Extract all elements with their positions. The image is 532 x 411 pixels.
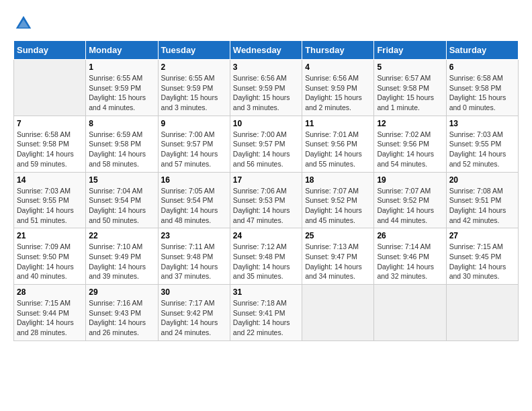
day-cell: 5Sunrise: 6:57 AM Sunset: 9:58 PM Daylig… [374, 60, 446, 116]
day-cell [14, 60, 86, 116]
day-cell: 28Sunrise: 7:15 AM Sunset: 9:44 PM Dayli… [14, 285, 86, 341]
day-cell: 26Sunrise: 7:14 AM Sunset: 9:46 PM Dayli… [374, 228, 446, 285]
day-info: Sunrise: 7:00 AM Sunset: 9:57 PM Dayligh… [233, 130, 299, 169]
col-header-tuesday: Tuesday [158, 41, 230, 60]
day-cell: 13Sunrise: 7:03 AM Sunset: 9:55 PM Dayli… [446, 116, 518, 172]
day-number: 13 [449, 119, 515, 128]
day-number: 3 [233, 62, 299, 72]
col-header-thursday: Thursday [302, 41, 374, 60]
day-info: Sunrise: 7:08 AM Sunset: 9:51 PM Dayligh… [449, 186, 515, 226]
day-number: 9 [161, 119, 227, 128]
day-info: Sunrise: 7:03 AM Sunset: 9:55 PM Dayligh… [17, 186, 83, 226]
day-info: Sunrise: 7:02 AM Sunset: 9:56 PM Dayligh… [377, 130, 443, 169]
day-cell: 1Sunrise: 6:55 AM Sunset: 9:59 PM Daylig… [86, 60, 158, 116]
week-row-1: 1Sunrise: 6:55 AM Sunset: 9:59 PM Daylig… [14, 60, 519, 116]
calendar-table: SundayMondayTuesdayWednesdayThursdayFrid… [13, 40, 519, 341]
day-cell: 10Sunrise: 7:00 AM Sunset: 9:57 PM Dayli… [230, 116, 302, 172]
day-number: 21 [17, 231, 83, 240]
day-number: 11 [305, 119, 371, 128]
day-number: 1 [89, 62, 154, 72]
day-cell: 4Sunrise: 6:56 AM Sunset: 9:59 PM Daylig… [302, 60, 374, 116]
day-number: 19 [377, 175, 443, 185]
week-row-3: 14Sunrise: 7:03 AM Sunset: 9:55 PM Dayli… [14, 172, 519, 228]
day-number: 12 [377, 119, 443, 128]
day-cell: 11Sunrise: 7:01 AM Sunset: 9:56 PM Dayli… [302, 116, 374, 172]
day-cell: 18Sunrise: 7:07 AM Sunset: 9:52 PM Dayli… [302, 172, 374, 228]
day-cell: 20Sunrise: 7:08 AM Sunset: 9:51 PM Dayli… [446, 172, 518, 228]
day-number: 18 [305, 175, 371, 185]
day-info: Sunrise: 7:07 AM Sunset: 9:52 PM Dayligh… [377, 186, 443, 226]
day-number: 26 [377, 231, 443, 240]
day-cell [446, 285, 518, 341]
day-cell: 30Sunrise: 7:17 AM Sunset: 9:42 PM Dayli… [158, 285, 230, 341]
day-cell: 17Sunrise: 7:06 AM Sunset: 9:53 PM Dayli… [230, 172, 302, 228]
day-info: Sunrise: 7:04 AM Sunset: 9:54 PM Dayligh… [89, 186, 154, 226]
week-row-2: 7Sunrise: 6:58 AM Sunset: 9:58 PM Daylig… [14, 116, 519, 172]
week-row-5: 28Sunrise: 7:15 AM Sunset: 9:44 PM Dayli… [14, 285, 519, 341]
day-cell: 19Sunrise: 7:07 AM Sunset: 9:52 PM Dayli… [374, 172, 446, 228]
header [13, 13, 519, 34]
day-cell: 29Sunrise: 7:16 AM Sunset: 9:43 PM Dayli… [86, 285, 158, 341]
day-cell: 22Sunrise: 7:10 AM Sunset: 9:49 PM Dayli… [86, 228, 158, 285]
day-cell: 7Sunrise: 6:58 AM Sunset: 9:58 PM Daylig… [14, 116, 86, 172]
day-cell: 21Sunrise: 7:09 AM Sunset: 9:50 PM Dayli… [14, 228, 86, 285]
logo [13, 13, 36, 34]
day-info: Sunrise: 6:58 AM Sunset: 9:58 PM Dayligh… [449, 73, 515, 113]
col-header-friday: Friday [374, 41, 446, 60]
day-number: 31 [233, 287, 299, 297]
day-info: Sunrise: 7:12 AM Sunset: 9:48 PM Dayligh… [233, 242, 299, 281]
day-cell: 15Sunrise: 7:04 AM Sunset: 9:54 PM Dayli… [86, 172, 158, 228]
day-number: 17 [233, 175, 299, 185]
day-info: Sunrise: 6:57 AM Sunset: 9:58 PM Dayligh… [377, 73, 443, 113]
day-info: Sunrise: 6:56 AM Sunset: 9:59 PM Dayligh… [233, 73, 299, 113]
day-cell: 6Sunrise: 6:58 AM Sunset: 9:58 PM Daylig… [446, 60, 518, 116]
day-cell: 8Sunrise: 6:59 AM Sunset: 9:58 PM Daylig… [86, 116, 158, 172]
day-cell [374, 285, 446, 341]
day-number: 10 [233, 119, 299, 128]
day-cell: 24Sunrise: 7:12 AM Sunset: 9:48 PM Dayli… [230, 228, 302, 285]
day-info: Sunrise: 7:00 AM Sunset: 9:57 PM Dayligh… [161, 130, 227, 169]
day-info: Sunrise: 7:03 AM Sunset: 9:55 PM Dayligh… [449, 130, 515, 169]
day-number: 29 [89, 287, 154, 297]
day-info: Sunrise: 7:13 AM Sunset: 9:47 PM Dayligh… [305, 242, 371, 281]
day-info: Sunrise: 6:55 AM Sunset: 9:59 PM Dayligh… [89, 73, 154, 113]
day-number: 2 [161, 62, 227, 72]
day-cell: 31Sunrise: 7:18 AM Sunset: 9:41 PM Dayli… [230, 285, 302, 341]
day-number: 5 [377, 62, 443, 72]
day-info: Sunrise: 7:17 AM Sunset: 9:42 PM Dayligh… [161, 298, 227, 338]
col-header-monday: Monday [86, 41, 158, 60]
day-info: Sunrise: 7:07 AM Sunset: 9:52 PM Dayligh… [305, 186, 371, 226]
day-info: Sunrise: 6:58 AM Sunset: 9:58 PM Dayligh… [17, 130, 83, 169]
day-number: 22 [89, 231, 154, 240]
day-info: Sunrise: 6:55 AM Sunset: 9:59 PM Dayligh… [161, 73, 227, 113]
day-info: Sunrise: 7:09 AM Sunset: 9:50 PM Dayligh… [17, 242, 83, 281]
day-number: 15 [89, 175, 154, 185]
day-cell: 16Sunrise: 7:05 AM Sunset: 9:54 PM Dayli… [158, 172, 230, 228]
day-number: 30 [161, 287, 227, 297]
header-row: SundayMondayTuesdayWednesdayThursdayFrid… [14, 41, 519, 60]
day-cell: 3Sunrise: 6:56 AM Sunset: 9:59 PM Daylig… [230, 60, 302, 116]
day-cell: 23Sunrise: 7:11 AM Sunset: 9:48 PM Dayli… [158, 228, 230, 285]
day-number: 25 [305, 231, 371, 240]
day-number: 20 [449, 175, 515, 185]
logo-icon [13, 13, 34, 34]
col-header-sunday: Sunday [14, 41, 86, 60]
day-info: Sunrise: 7:11 AM Sunset: 9:48 PM Dayligh… [161, 242, 227, 281]
day-cell [302, 285, 374, 341]
day-number: 8 [89, 119, 154, 128]
day-info: Sunrise: 7:01 AM Sunset: 9:56 PM Dayligh… [305, 130, 371, 169]
day-number: 16 [161, 175, 227, 185]
day-number: 14 [17, 175, 83, 185]
day-cell: 14Sunrise: 7:03 AM Sunset: 9:55 PM Dayli… [14, 172, 86, 228]
day-cell: 9Sunrise: 7:00 AM Sunset: 9:57 PM Daylig… [158, 116, 230, 172]
week-row-4: 21Sunrise: 7:09 AM Sunset: 9:50 PM Dayli… [14, 228, 519, 285]
day-number: 6 [449, 62, 515, 72]
day-info: Sunrise: 7:16 AM Sunset: 9:43 PM Dayligh… [89, 298, 154, 338]
day-cell: 12Sunrise: 7:02 AM Sunset: 9:56 PM Dayli… [374, 116, 446, 172]
day-info: Sunrise: 7:10 AM Sunset: 9:49 PM Dayligh… [89, 242, 154, 281]
day-info: Sunrise: 7:18 AM Sunset: 9:41 PM Dayligh… [233, 298, 299, 338]
day-info: Sunrise: 7:15 AM Sunset: 9:45 PM Dayligh… [449, 242, 515, 281]
day-cell: 27Sunrise: 7:15 AM Sunset: 9:45 PM Dayli… [446, 228, 518, 285]
day-cell: 2Sunrise: 6:55 AM Sunset: 9:59 PM Daylig… [158, 60, 230, 116]
day-info: Sunrise: 6:56 AM Sunset: 9:59 PM Dayligh… [305, 73, 371, 113]
